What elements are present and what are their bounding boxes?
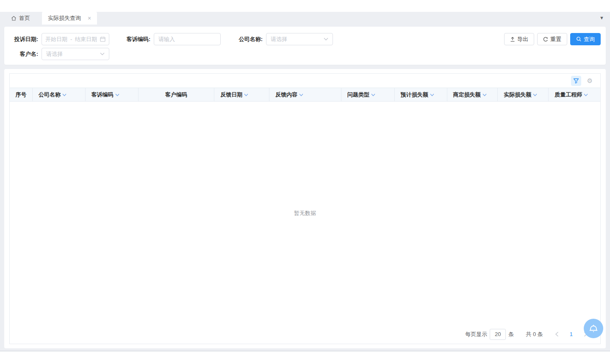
close-icon[interactable]: ×: [88, 15, 91, 22]
sort-caret-icon[interactable]: [115, 94, 119, 97]
customer-name-label: 客户名:: [4, 50, 42, 58]
page-number[interactable]: 1: [570, 331, 573, 337]
tab-home[interactable]: 首页: [4, 12, 37, 25]
tab-list-chevron-icon[interactable]: ▼: [599, 15, 604, 20]
sort-caret-icon[interactable]: [430, 94, 434, 97]
export-icon: [510, 37, 515, 42]
column-header-agreed-loss[interactable]: 商定损失额: [447, 88, 498, 101]
table-toolbar: ⚙: [10, 74, 600, 88]
complaint-date-label: 投诉日期:: [4, 36, 42, 43]
tab-actual-loss-query[interactable]: 实际损失查询 ×: [42, 12, 97, 25]
per-page-input[interactable]: [490, 329, 506, 340]
column-header-estimated-loss[interactable]: 预计损失额: [395, 88, 447, 101]
company-name-label: 公司名称:: [221, 36, 266, 43]
date-end-placeholder: 结束日期: [75, 36, 97, 43]
reset-button[interactable]: 重置: [537, 33, 567, 45]
column-header-feedback-content[interactable]: 反馈内容: [269, 88, 341, 101]
sort-caret-icon[interactable]: [482, 94, 487, 97]
calendar-icon: [100, 36, 105, 42]
sort-caret-icon[interactable]: [299, 94, 303, 97]
per-page-suffix: 条: [508, 331, 514, 338]
customer-name-select[interactable]: 请选择: [42, 48, 109, 60]
reset-button-label: 重置: [550, 36, 561, 43]
table-header-row: 序号 公司名称 客诉编码 客户编码 反馈日期 反馈内容 问题类型 预计损失额 商…: [10, 88, 600, 102]
table-body: 暂无数据: [10, 102, 600, 325]
column-header-actual-loss[interactable]: 实际损失额: [498, 88, 549, 101]
sort-caret-icon[interactable]: [371, 94, 375, 97]
complaint-code-label: 客诉编码:: [109, 36, 154, 43]
column-header-quality-engineer[interactable]: 质量工程师: [549, 88, 600, 101]
results-panel: ⚙ 序号 公司名称 客诉编码 客户编码 反馈日期 反馈内容 问题类型 预计损失额…: [4, 69, 606, 348]
customer-name-placeholder: 请选择: [46, 50, 63, 58]
per-page-prefix: 每页显示: [465, 331, 487, 338]
notification-bell-button[interactable]: [584, 319, 603, 338]
column-header-company[interactable]: 公司名称: [33, 88, 86, 101]
sort-caret-icon[interactable]: [244, 94, 248, 97]
query-button[interactable]: 查询: [570, 33, 601, 45]
pagination-bar: 每页显示 条 共 0 条 1: [10, 325, 600, 344]
column-header-customer-code: 客户编码: [139, 88, 215, 101]
complaint-date-range-input[interactable]: 开始日期 - 结束日期: [42, 33, 109, 45]
sort-caret-icon[interactable]: [62, 94, 67, 97]
bell-icon: [588, 323, 599, 334]
query-button-label: 查询: [584, 36, 595, 43]
search-icon: [576, 36, 582, 42]
column-header-feedback-date[interactable]: 反馈日期: [214, 88, 269, 101]
filter-actions: 导出 重置 查询: [504, 33, 601, 45]
empty-state-text: 暂无数据: [294, 210, 316, 217]
top-spacer: [0, 0, 610, 12]
complaint-code-input[interactable]: [154, 33, 221, 45]
app-window: 首页 实际损失查询 × ▼ 投诉日期: 开始日期 - 结束日期 客诉编码: 公司…: [0, 0, 610, 351]
refresh-icon: [543, 37, 548, 42]
gear-icon[interactable]: ⚙: [587, 77, 593, 84]
tab-home-label: 首页: [19, 14, 30, 22]
column-header-seq: 序号: [10, 88, 33, 101]
date-separator: -: [70, 36, 72, 42]
column-header-complaint-code[interactable]: 客诉编码: [86, 88, 139, 101]
export-button-label: 导出: [517, 36, 528, 43]
home-icon: [11, 16, 17, 21]
company-name-placeholder: 请选择: [271, 36, 287, 43]
tab-active-label: 实际损失查询: [48, 14, 81, 22]
sort-caret-icon[interactable]: [584, 94, 588, 97]
export-button[interactable]: 导出: [504, 33, 534, 45]
filter-panel: 投诉日期: 开始日期 - 结束日期 客诉编码: 公司名称: 请选择: [4, 27, 606, 65]
total-count-text: 共 0 条: [526, 331, 543, 338]
date-start-placeholder: 开始日期: [45, 36, 67, 43]
chevron-down-icon: [324, 38, 328, 41]
filter-icon[interactable]: [571, 76, 581, 86]
prev-page-icon[interactable]: [555, 331, 559, 337]
column-header-problem-type[interactable]: 问题类型: [341, 88, 395, 101]
table-container: ⚙ 序号 公司名称 客诉编码 客户编码 反馈日期 反馈内容 问题类型 预计损失额…: [9, 73, 601, 344]
tab-bar: 首页 实际损失查询 × ▼: [0, 12, 610, 25]
chevron-down-icon: [100, 52, 105, 55]
company-name-select[interactable]: 请选择: [266, 33, 333, 45]
sort-caret-icon[interactable]: [533, 94, 537, 97]
